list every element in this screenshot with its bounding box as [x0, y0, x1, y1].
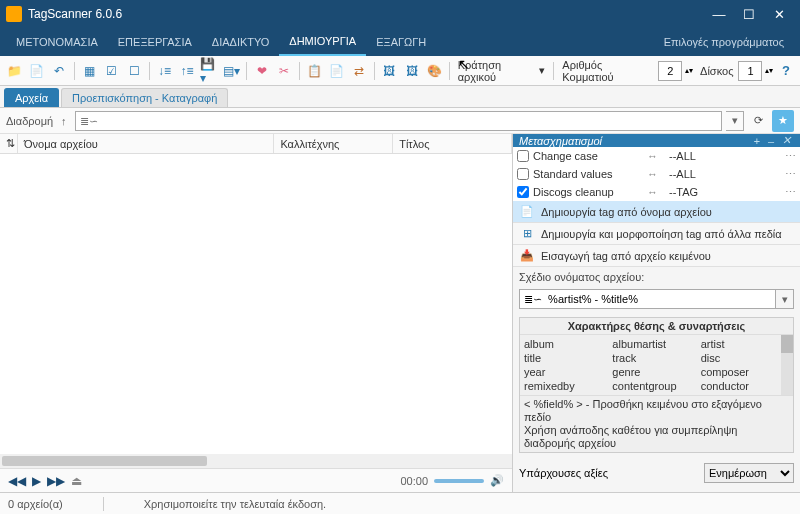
vars-footer-1: < %field% > - Προσθήκη κειμένου στο εξαγ… [524, 398, 789, 424]
track-number-input[interactable] [658, 61, 682, 81]
subtab-files[interactable]: Αρχεία [4, 88, 59, 107]
add-files-button[interactable]: 📄 [26, 60, 47, 82]
panel-min-button[interactable]: – [765, 135, 777, 147]
paint-button[interactable]: 🎨 [423, 60, 444, 82]
transform-changecase-checkbox[interactable] [517, 150, 529, 162]
player-volume-icon[interactable]: 🔊 [490, 474, 504, 487]
action-tag-from-filename[interactable]: 📄 Δημιουργία tag από όνομα αρχείου [513, 201, 800, 223]
tab-export[interactable]: ΕΞΑΓΩΓΗ [366, 28, 436, 56]
undo-button[interactable]: ↶ [49, 60, 70, 82]
col-title[interactable]: Τίτλος [393, 134, 512, 153]
uncheckall-button[interactable]: ☐ [124, 60, 145, 82]
tab-create[interactable]: ΔΗΜΙΟΥΡΓΙΑ [279, 28, 366, 56]
existing-values-label: Υπάρχουσες αξίες [519, 467, 698, 479]
arrow-icon: ↔ [647, 186, 665, 198]
refresh-button[interactable]: ⟳ [748, 111, 768, 131]
image2-button[interactable]: 🖼 [401, 60, 422, 82]
col-artist[interactable]: Καλλιτέχνης [274, 134, 393, 153]
separator [449, 62, 450, 80]
player-play-button[interactable]: ▶ [32, 474, 41, 488]
transform-discogs-value: --TAG [669, 186, 781, 198]
sort-asc-button[interactable]: ↑≡ [176, 60, 197, 82]
player-time: 00:00 [400, 475, 428, 487]
filename-scheme-input[interactable] [519, 289, 776, 309]
file-list-area[interactable] [0, 154, 512, 454]
save-button[interactable]: 💾▾ [199, 60, 220, 82]
up-folder-button[interactable]: ↑ [57, 115, 71, 127]
keep-original-dropdown[interactable]: Κράτηση αρχικού ▾ [454, 60, 550, 82]
separator [299, 62, 300, 80]
transform-changecase-more[interactable]: ⋯ [785, 150, 796, 163]
columns-button[interactable]: ▤▾ [221, 60, 242, 82]
path-label: Διαδρομή [6, 115, 53, 127]
transform-standard-checkbox[interactable] [517, 168, 529, 180]
transform-standard-label: Standard values [533, 168, 643, 180]
panel-add-button[interactable]: + [750, 135, 762, 147]
maximize-button[interactable]: ☐ [734, 4, 764, 24]
image-button[interactable]: 🖼 [379, 60, 400, 82]
close-button[interactable]: ✕ [764, 4, 794, 24]
action-import-from-text[interactable]: 📥 Εισαγωγή tag από αρχείο κειμένου [513, 245, 800, 267]
subtab-preview-log[interactable]: Προεπισκόπηση - Καταγραφή [61, 88, 228, 107]
swap-button[interactable]: ⇄ [348, 60, 369, 82]
transform-discogs-more[interactable]: ⋯ [785, 186, 796, 199]
window-title: TagScanner 6.0.6 [28, 7, 704, 21]
fields-icon: ⊞ [519, 227, 535, 240]
vars-col1[interactable]: albumtitleyearremixedbybpm [524, 337, 612, 393]
separator [553, 62, 554, 80]
copy-button[interactable]: 📋 [304, 60, 325, 82]
minimize-button[interactable]: — [704, 4, 734, 24]
arrow-icon: ↔ [647, 150, 665, 162]
player-stop-button[interactable]: ⏏ [71, 474, 82, 488]
paste-button[interactable]: 📄 [326, 60, 347, 82]
player-prev-button[interactable]: ◀◀ [8, 474, 26, 488]
player-next-button[interactable]: ▶▶ [47, 474, 65, 488]
existing-values-select[interactable]: Ενημέρωση [704, 463, 794, 483]
transform-discogs-label: Discogs cleanup [533, 186, 643, 198]
status-file-count: 0 αρχείο(α) [8, 498, 63, 510]
action-tag-from-fields[interactable]: ⊞ Δημιουργία και μορφοποίηση tag από άλλ… [513, 223, 800, 245]
import-icon: 📥 [519, 249, 535, 262]
grid-button[interactable]: ▦ [79, 60, 100, 82]
vars-scrollbar[interactable] [781, 335, 793, 395]
track-spinner[interactable]: ▴▾ [683, 60, 695, 82]
help-button[interactable]: ? [776, 63, 796, 78]
sort-desc-button[interactable]: ↓≡ [154, 60, 175, 82]
tab-network[interactable]: ΔΙΑΔΙΚΤΥΟ [202, 28, 279, 56]
favorites-button[interactable]: ★ [772, 110, 794, 132]
document-icon: 📄 [519, 205, 535, 218]
filename-scheme-dropdown[interactable]: ▾ [776, 289, 794, 309]
program-options-link[interactable]: Επιλογές προγράμματος [654, 28, 794, 56]
open-folder-button[interactable]: 📁 [4, 60, 25, 82]
filename-scheme-label: Σχέδιο ονόματος αρχείου: [513, 267, 800, 287]
path-dropdown[interactable]: ▾ [726, 111, 744, 131]
horizontal-scrollbar[interactable] [0, 454, 512, 468]
separator [374, 62, 375, 80]
path-input[interactable] [75, 111, 722, 131]
vars-col2[interactable]: albumartisttrackgenrecontentgroupinitial… [612, 337, 700, 393]
tab-edit[interactable]: ΕΠΕΞΕΡΓΑΣΙΑ [108, 28, 202, 56]
vars-footer-2: Χρήση ανάποδης καθέτου για συμπερίληψη δ… [524, 424, 789, 450]
player-seekbar[interactable] [434, 479, 484, 483]
disc-input[interactable] [738, 61, 762, 81]
disc-spinner[interactable]: ▴▾ [763, 60, 775, 82]
separator [103, 497, 104, 511]
panel-close-button[interactable]: ✕ [779, 134, 794, 147]
transform-standard-more[interactable]: ⋯ [785, 168, 796, 181]
transforms-panel-title: Μετασχηματισμοί [519, 135, 602, 147]
status-message: Χρησιμοποιείτε την τελευταία έκδοση. [144, 498, 326, 510]
transform-standard-value: --ALL [669, 168, 781, 180]
separator [74, 62, 75, 80]
app-icon [6, 6, 22, 22]
separator [246, 62, 247, 80]
track-number-label: Αριθμός Κομματιού [558, 60, 657, 82]
col-filename[interactable]: Όνομα αρχείου [18, 134, 274, 153]
tag-heart-button[interactable]: ❤ [251, 60, 272, 82]
tab-rename[interactable]: ΜΕΤΟΝΟΜΑΣΙΑ [6, 28, 108, 56]
checkall-button[interactable]: ☑ [101, 60, 122, 82]
tag-cut-button[interactable]: ✂ [274, 60, 295, 82]
transform-discogs-checkbox[interactable] [517, 186, 529, 198]
transform-changecase-label: Change case [533, 150, 643, 162]
col-sort[interactable]: ⇅ [0, 134, 18, 153]
vars-col3[interactable]: artistdisccomposerconductorignore [701, 337, 789, 393]
